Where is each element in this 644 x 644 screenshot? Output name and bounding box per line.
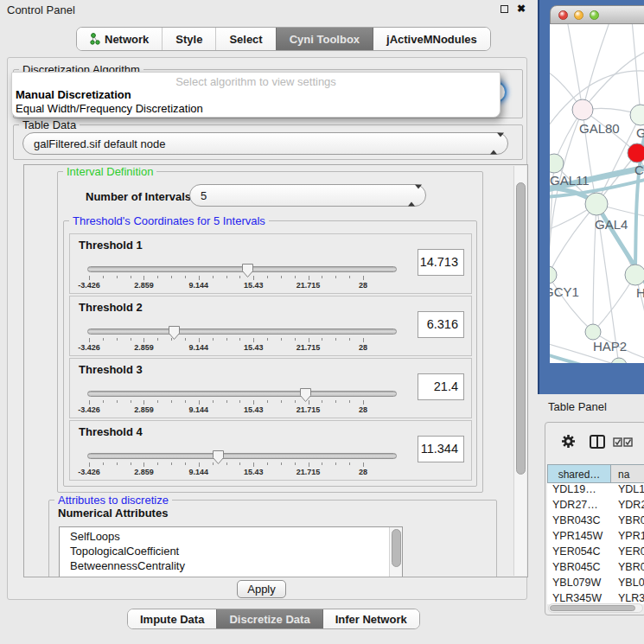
show-columns-checkboxes-icon[interactable] [613, 437, 634, 447]
network-graph[interactable]: GAL80GACGAL11GAL4GCY1HHAP2 [550, 24, 644, 363]
table-column-header-na[interactable]: na [611, 464, 644, 483]
slider-tick [103, 400, 104, 403]
threshold-slider-track[interactable] [87, 328, 397, 335]
network-node-label: H [636, 285, 644, 300]
tab-infer-network[interactable]: Infer Network [322, 609, 419, 628]
table-cell-shared-name: YDL19… [547, 483, 611, 499]
settings-scrollbar-thumb[interactable] [516, 182, 526, 475]
table-row[interactable]: YLR345WYLR3 [547, 592, 644, 604]
attribute-item-selfloops[interactable]: SelfLoops [60, 529, 402, 544]
threshold-panel-2: Threshold 2-3.4262.8599.14415.4321.71528… [69, 296, 472, 356]
network-edge[interactable] [583, 48, 644, 110]
threshold-value-field[interactable]: 14.713 [418, 249, 464, 276]
slider-tick [143, 276, 144, 280]
slider-tick-label: 21.715 [296, 343, 321, 352]
slider-tick [226, 400, 227, 403]
table-cell-name: YPR1 [611, 530, 644, 545]
minimize-traffic-light[interactable] [574, 10, 583, 20]
network-icon [90, 33, 100, 45]
apply-button[interactable]: Apply [237, 580, 286, 598]
interval-definition-group: Interval Definition Number of Intervals … [57, 171, 483, 493]
control-panel-title: Control Panel [7, 3, 75, 16]
attribute-item-betweennesscentrality[interactable]: BetweennessCentrality [60, 558, 402, 573]
network-node[interactable] [630, 105, 644, 125]
threshold-value-field[interactable]: 6.316 [418, 311, 464, 338]
threshold-slider-track[interactable] [87, 391, 397, 397]
tab-impute-data[interactable]: Impute Data [128, 609, 216, 628]
slider-tick-label: -3.426 [78, 405, 100, 414]
network-node[interactable] [585, 324, 601, 340]
table-row[interactable]: YBL079WYBL0 [547, 577, 644, 592]
tab-select[interactable]: Select [215, 28, 275, 50]
slider-tick [335, 462, 336, 465]
network-node[interactable] [628, 143, 644, 163]
tab-style[interactable]: Style [162, 28, 215, 50]
threshold-slider-track[interactable] [87, 453, 397, 459]
attribute-item-topologicalcoefficient[interactable]: TopologicalCoefficient [60, 544, 402, 558]
algorithm-option-equal-width-frequency-discretization[interactable]: Equal Width/Frequency Discretization [12, 102, 500, 116]
bottom-tab-bar: Impute DataDiscretize DataInfer Network [127, 609, 420, 629]
slider-tick [171, 276, 172, 278]
number-of-intervals-combobox[interactable]: 5 [189, 184, 426, 207]
slider-tick [335, 400, 336, 403]
tab-cyni-toolbox[interactable]: Cyni Toolbox [276, 28, 373, 50]
slider-tick [363, 400, 364, 405]
tab-label-impute-data: Impute Data [140, 613, 204, 626]
network-edge[interactable] [583, 24, 610, 110]
table-row[interactable]: YDR27…YDR2 [547, 499, 644, 514]
table-row[interactable]: YBR045CYBR0 [547, 561, 644, 577]
table-horizontal-scrollbar[interactable] [548, 603, 643, 613]
network-canvas[interactable]: GAL80GACGAL11GAL4GCY1HHAP2 [550, 24, 644, 363]
float-window-icon[interactable] [501, 5, 508, 13]
algorithm-option-manual-discretization[interactable]: Manual Discretization [12, 88, 500, 102]
network-edge[interactable] [550, 204, 596, 275]
slider-tick [157, 400, 158, 403]
table-row[interactable]: YER054CYER0 [547, 545, 644, 561]
network-node[interactable] [611, 358, 627, 363]
close-traffic-light[interactable] [558, 10, 568, 20]
threshold-value-field[interactable]: 11.344 [418, 436, 464, 462]
table-column-header-shared-[interactable]: shared… [547, 464, 611, 483]
slider-tick [89, 400, 90, 405]
table-data-combobox[interactable]: galFiltered.sif default node [22, 132, 508, 155]
table-cell-name: YER0 [611, 545, 644, 561]
table-row[interactable]: YPR145WYPR1 [547, 530, 644, 545]
threshold-value-field[interactable]: 21.4 [418, 373, 464, 400]
attributes-scrollbar[interactable] [389, 527, 402, 577]
tab-network[interactable]: Network [77, 28, 162, 50]
network-node[interactable] [625, 265, 644, 285]
slider-tick [226, 462, 227, 465]
settings-scrollbar[interactable] [513, 166, 526, 576]
threshold-slider-thumb[interactable] [168, 325, 181, 341]
table-row[interactable]: YDL19…YDL1 [547, 483, 644, 499]
network-node[interactable] [550, 266, 557, 284]
number-of-intervals-value: 5 [201, 189, 207, 202]
network-window-titlebar[interactable] [550, 5, 644, 24]
tab-jactivemnodules[interactable]: jActiveMNodules [373, 28, 490, 50]
close-icon[interactable]: ✖ [517, 3, 526, 14]
network-node-label: HAP2 [593, 339, 627, 354]
tab-label-style: Style [175, 33, 202, 46]
network-node[interactable] [572, 99, 593, 120]
gear-icon[interactable] [561, 434, 576, 449]
slider-tick [171, 462, 172, 465]
threshold-slider-thumb[interactable] [241, 263, 254, 278]
slider-tick [322, 462, 322, 465]
network-node[interactable] [550, 154, 564, 173]
network-edge[interactable] [632, 24, 641, 115]
slider-tick-label: 15.43 [244, 281, 264, 290]
table-horizontal-scrollbar-thumb[interactable] [550, 605, 635, 611]
table-rows: YDL19…YDL1YDR27…YDR2YBR043CYBR0YPR145WYP… [547, 483, 644, 604]
slider-tick [89, 276, 90, 280]
network-node[interactable] [585, 193, 608, 215]
split-columns-icon[interactable] [590, 435, 605, 449]
slider-tick-label: 15.43 [244, 405, 264, 414]
threshold-slider-thumb[interactable] [212, 450, 225, 465]
network-node-label: GAL4 [595, 217, 628, 232]
table-row[interactable]: YBR043CYBR0 [547, 514, 644, 530]
attributes-scrollbar-thumb[interactable] [392, 529, 401, 567]
zoom-traffic-light[interactable] [590, 10, 599, 20]
network-edge[interactable] [550, 275, 593, 332]
tab-discretize-data[interactable]: Discretize Data [216, 609, 322, 628]
threshold-slider-thumb[interactable] [299, 387, 312, 403]
